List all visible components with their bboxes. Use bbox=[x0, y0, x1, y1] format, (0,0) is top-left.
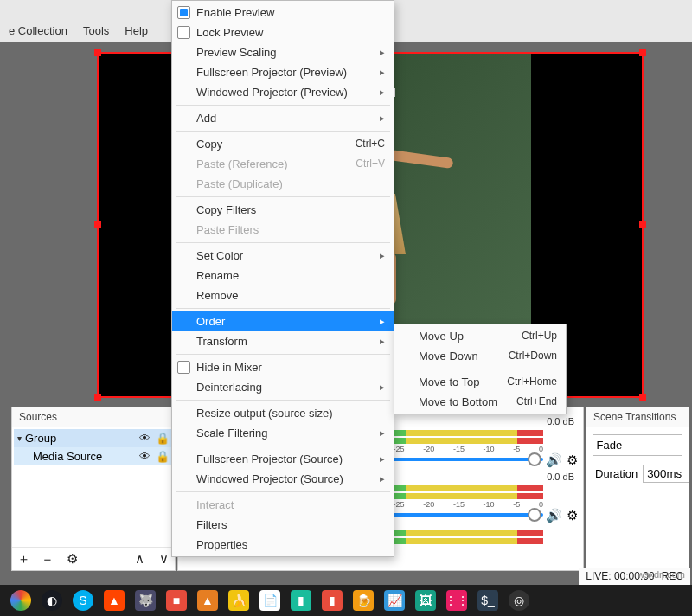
chevron-right-icon: ▸ bbox=[380, 452, 385, 466]
visibility-icon[interactable]: 👁 bbox=[139, 450, 151, 463]
ctx-copy[interactable]: CopyCtrl+C bbox=[172, 134, 394, 154]
ctx-hide-in-mixer[interactable]: Hide in Mixer bbox=[172, 357, 394, 377]
terminal-icon[interactable]: $_ bbox=[477, 590, 498, 611]
image-icon[interactable]: 🖼 bbox=[415, 590, 436, 611]
ctx-remove[interactable]: Remove bbox=[172, 286, 394, 305]
ctx-enable-preview[interactable]: Enable Preview bbox=[172, 3, 394, 22]
app-icon[interactable]: 🐺 bbox=[135, 590, 156, 611]
ctx-paste-reference: Paste (Reference)Ctrl+V bbox=[172, 154, 394, 174]
chevron-right-icon: ▸ bbox=[380, 472, 385, 486]
resize-handle-tl[interactable] bbox=[94, 49, 101, 56]
obs-icon[interactable]: ◎ bbox=[509, 590, 529, 611]
app-icon[interactable]: 🍺 bbox=[353, 590, 374, 611]
chevron-right-icon: ▸ bbox=[380, 426, 385, 440]
app-icon[interactable]: 🍌 bbox=[228, 590, 249, 611]
document-icon[interactable]: 📄 bbox=[260, 590, 280, 611]
chevron-right-icon: ▸ bbox=[380, 380, 385, 395]
watermark: wsxdn.com bbox=[638, 569, 685, 580]
speaker-icon[interactable]: 🔊 bbox=[546, 508, 562, 523]
chevron-right-icon: ▸ bbox=[380, 334, 385, 349]
duration-label: Duration bbox=[595, 467, 638, 480]
mixer-db-value: 0.0 dB bbox=[547, 416, 574, 427]
app-icon[interactable]: ■ bbox=[166, 590, 187, 611]
chevron-right-icon: ▸ bbox=[380, 65, 385, 80]
chevron-right-icon: ▸ bbox=[380, 111, 385, 125]
chevron-right-icon: ▸ bbox=[380, 314, 385, 329]
chevron-right-icon: ▸ bbox=[380, 45, 385, 60]
transition-select[interactable]: Fade bbox=[593, 434, 683, 456]
visibility-icon[interactable]: 👁 bbox=[139, 432, 151, 445]
source-media-row[interactable]: Media Source 👁 🔒 bbox=[14, 447, 173, 465]
checkbox-icon bbox=[177, 361, 190, 374]
ctx-fullscreen-source[interactable]: Fullscreen Projector (Source)▸ bbox=[172, 449, 394, 469]
mixer-db-value: 0.0 dB bbox=[547, 472, 574, 482]
ctx-properties[interactable]: Properties bbox=[172, 535, 394, 555]
ctx-move-down[interactable]: Move DownCtrl+Down bbox=[394, 346, 566, 366]
chrome-icon[interactable] bbox=[10, 590, 31, 611]
move-down-button[interactable]: ∨ bbox=[156, 551, 171, 567]
source-media-label: Media Source bbox=[33, 450, 102, 463]
ctx-move-to-top[interactable]: Move to TopCtrl+Home bbox=[394, 372, 566, 392]
add-source-button[interactable]: ＋ bbox=[16, 551, 31, 567]
ctx-paste-filters: Paste Filters bbox=[172, 220, 394, 240]
gear-icon[interactable]: ⚙ bbox=[567, 452, 578, 468]
context-menu: Enable Preview Lock Preview Preview Scal… bbox=[171, 0, 394, 557]
resize-handle-br[interactable] bbox=[639, 394, 646, 401]
ctx-set-color[interactable]: Set Color▸ bbox=[172, 246, 394, 266]
resize-handle-ml[interactable] bbox=[94, 221, 101, 228]
app-icon[interactable]: ⋮⋮ bbox=[446, 590, 467, 611]
ctx-lock-preview[interactable]: Lock Preview bbox=[172, 22, 394, 42]
source-group-label: Group bbox=[25, 432, 56, 445]
sources-title: Sources bbox=[12, 407, 175, 427]
ctx-order[interactable]: Order▸ bbox=[172, 311, 394, 331]
speaker-icon[interactable]: 🔊 bbox=[546, 452, 562, 468]
resize-handle-mr[interactable] bbox=[639, 221, 646, 228]
steam-icon[interactable]: ◐ bbox=[42, 590, 62, 611]
source-group-row[interactable]: ▾ Group 👁 🔒 bbox=[14, 429, 173, 447]
gear-icon[interactable]: ⚙ bbox=[567, 508, 578, 523]
ctx-windowed-source[interactable]: Windowed Projector (Source)▸ bbox=[172, 469, 394, 489]
ctx-paste-duplicate: Paste (Duplicate) bbox=[172, 174, 394, 194]
ctx-fullscreen-preview[interactable]: Fullscreen Projector (Preview)▸ bbox=[172, 62, 394, 82]
ctx-copy-filters[interactable]: Copy Filters bbox=[172, 200, 394, 220]
checkbox-checked-icon bbox=[177, 6, 190, 19]
scene-transitions-title: Scene Transitions bbox=[586, 407, 689, 427]
menu-help[interactable]: Help bbox=[119, 22, 153, 40]
lock-icon[interactable]: 🔒 bbox=[156, 450, 170, 463]
chevron-right-icon: ▸ bbox=[380, 248, 385, 263]
ctx-scale-filtering[interactable]: Scale Filtering▸ bbox=[172, 423, 394, 443]
monitor-icon[interactable]: 📈 bbox=[384, 590, 405, 611]
ctx-resize-output[interactable]: Resize output (source size) bbox=[172, 403, 394, 423]
scene-transitions-panel: Scene Transitions Fade Duration bbox=[586, 407, 689, 571]
duration-input[interactable] bbox=[643, 465, 689, 483]
ctx-move-to-bottom[interactable]: Move to BottomCtrl+End bbox=[394, 392, 566, 412]
lock-icon[interactable]: 🔒 bbox=[156, 432, 170, 445]
app-icon[interactable]: ▮ bbox=[322, 590, 343, 611]
ctx-preview-scaling[interactable]: Preview Scaling▸ bbox=[172, 42, 394, 62]
sources-panel: Sources ▾ Group 👁 🔒 Media Source 👁 🔒 ＋ −… bbox=[11, 407, 176, 571]
skype-icon[interactable]: S bbox=[73, 590, 93, 611]
app-icon[interactable]: ▮ bbox=[291, 590, 311, 611]
volume-slider-thumb[interactable] bbox=[528, 508, 541, 522]
resize-handle-tr[interactable] bbox=[639, 49, 646, 56]
volume-slider-thumb[interactable] bbox=[528, 452, 541, 466]
ctx-move-up[interactable]: Move UpCtrl+Up bbox=[394, 326, 566, 346]
vlc-icon[interactable]: ▲ bbox=[197, 590, 218, 611]
resize-handle-bl[interactable] bbox=[94, 394, 101, 401]
ctx-filters[interactable]: Filters bbox=[172, 515, 394, 535]
ctx-deinterlacing[interactable]: Deinterlacing▸ bbox=[172, 377, 394, 397]
chevron-down-icon[interactable]: ▾ bbox=[17, 433, 22, 443]
ctx-windowed-preview[interactable]: Windowed Projector (Preview)▸ bbox=[172, 82, 394, 102]
ctx-transform[interactable]: Transform▸ bbox=[172, 331, 394, 351]
source-settings-button[interactable]: ⚙ bbox=[64, 551, 80, 567]
checkbox-icon bbox=[177, 26, 190, 39]
order-submenu: Move UpCtrl+Up Move DownCtrl+Down Move t… bbox=[394, 324, 567, 414]
move-up-button[interactable]: ∧ bbox=[131, 551, 147, 567]
ctx-rename[interactable]: Rename bbox=[172, 266, 394, 286]
taskbar: ◐ S ▲ 🐺 ■ ▲ 🍌 📄 ▮ ▮ 🍺 📈 🖼 ⋮⋮ $_ ◎ bbox=[0, 585, 692, 616]
ctx-add[interactable]: Add▸ bbox=[172, 108, 394, 128]
menu-tools[interactable]: Tools bbox=[78, 22, 114, 40]
app-icon[interactable]: ▲ bbox=[104, 590, 125, 611]
remove-source-button[interactable]: − bbox=[40, 551, 55, 567]
menu-scene-collection[interactable]: e Collection bbox=[3, 22, 73, 40]
